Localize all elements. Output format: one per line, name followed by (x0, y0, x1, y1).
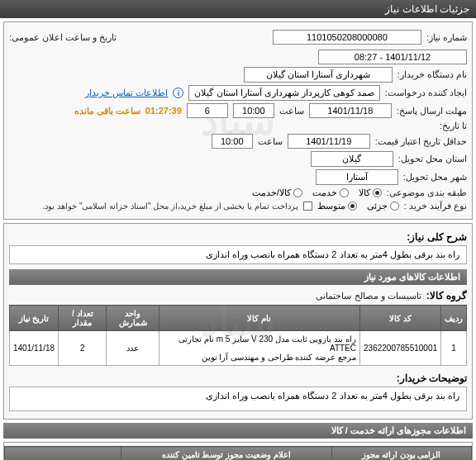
buyer-note-value: راه بند برقی بطول 4متر به تعداد 2 دستگاه… (9, 386, 467, 411)
page-header: جزئیات اطلاعات نیاز (0, 0, 476, 18)
need-no-value: 1101050208000080 (273, 30, 421, 45)
days-left: 6 (187, 103, 228, 118)
info-icon: i (173, 88, 183, 98)
permit-header-row: الزامی بودن ارائه مجوز اعلام وضعیت مجوز … (5, 447, 472, 461)
description-section: ستاد شرح کلی نیاز: راه بند برقی بطول 4مت… (3, 223, 473, 420)
buyer-label: نام دستگاه خریدار: (397, 69, 467, 80)
permit-table: الزامی بودن ارائه مجوز اعلام وضعیت مجوز … (4, 446, 472, 460)
permit-section: الزامی بودن ارائه مجوز اعلام وضعیت مجوز … (3, 442, 473, 460)
cell-qty: 2 (59, 331, 107, 366)
group-value: تاسیسات و مصالح ساختمانی (316, 291, 421, 301)
contact-link[interactable]: اطلاعات تماس خریدار (85, 88, 168, 98)
validity-date: 1401/11/19 (288, 134, 370, 149)
deadline-time: 10:00 (233, 103, 274, 118)
items-table: ردیف کد کالا نام کالا واحد شمارش تعداد /… (9, 305, 467, 366)
saat-label-2: ساعت (258, 136, 283, 147)
th-idx: ردیف (441, 306, 467, 331)
cell-unit: عدد (107, 331, 159, 366)
requester-label: ایجاد کننده درخواست: (385, 88, 467, 98)
until-label: تا تاریخ: (440, 121, 467, 131)
table-row: 1 2362200785510001 راه بند بازویی ثابت م… (10, 331, 467, 366)
treasury-note: پرداخت تمام یا بخشی از مبلغ خرید،از محل … (43, 202, 298, 211)
th-qty: تعداد / مقدار (59, 306, 107, 331)
radio-dot-icon (293, 188, 302, 197)
need-no-label: شماره نیاز: (426, 32, 467, 43)
announce-value: 1401/11/12 - 08:27 (318, 50, 467, 64)
radio-service[interactable]: خدمت (312, 187, 349, 198)
cell-idx: 1 (441, 331, 467, 366)
treasury-checkbox[interactable] (303, 202, 312, 211)
validity-label: حداقل تاریخ اعتبار قیمت: (375, 136, 467, 147)
th-code: کد کالا (360, 306, 441, 331)
permit-header: اطلاعات مجوزهای ارائه خدمت / کالا (3, 423, 473, 439)
cell-name: راه بند بازویی ثابت مدل 230 V سایز 5 m ن… (159, 331, 359, 366)
category-label: طبقه بندی موضوعی: (387, 187, 467, 198)
category-radios: کالا خدمت کالا/خدمت (252, 187, 382, 198)
saat-label-1: ساعت (279, 106, 304, 116)
purchase-type-radios: جزئی متوسط (317, 201, 399, 211)
requester-value: صمد کوهی کارپرداز شهرداری آستارا استان گ… (188, 85, 379, 101)
th-name: نام کالا (159, 306, 359, 331)
deadline-label: مهلت ارسال پاسخ: (397, 106, 467, 116)
radio-small[interactable]: جزئی (367, 201, 399, 211)
remaining-label: ساعت باقی مانده (74, 106, 140, 116)
th-unit: واحد شمارش (107, 306, 159, 331)
info-section: ستاد شماره نیاز: 1101050208000080 تاریخ … (3, 21, 473, 220)
purchase-type-label: نوع فرآیند خرید : (404, 201, 467, 211)
th-date: تاریخ نیاز (10, 306, 59, 331)
permit-th-1: الزامی بودن ارائه مجوز (331, 447, 472, 461)
remaining-time: 01:27:39 (145, 106, 182, 116)
desc-title-label: شرح کلی نیاز: (407, 231, 467, 243)
city-value: آستارا (316, 169, 398, 185)
cell-date: 1401/11/18 (10, 331, 59, 366)
group-label: گروه کالا: (426, 290, 467, 301)
page-title: جزئیات اطلاعات نیاز (385, 3, 469, 15)
radio-dot-icon (340, 188, 349, 197)
items-header: اطلاعات کالاهای مورد نیاز (9, 269, 467, 285)
validity-time: 10:00 (212, 134, 253, 149)
desc-title-value: راه بند برقی بطول 4متر به تعداد 2 دستگاه… (9, 245, 467, 264)
radio-both[interactable]: کالا/خدمت (252, 187, 302, 198)
cell-code: 2362200785510001 (360, 331, 441, 366)
permit-th-3 (5, 447, 121, 461)
announce-label: تاریخ و ساعت اعلان عمومی: (9, 32, 117, 43)
city-label: شهر محل تحویل: (403, 172, 467, 183)
radio-dot-icon (348, 202, 357, 211)
buyer-value: شهرداری آستارا استان گیلان (244, 67, 393, 83)
deadline-date: 1401/11/18 (309, 103, 392, 118)
buyer-note-label: توضیحات خریدار: (397, 372, 467, 384)
radio-dot-icon (390, 202, 399, 211)
radio-medium[interactable]: متوسط (317, 201, 357, 211)
province-value: گیلان (311, 151, 393, 167)
permit-th-2: اعلام وضعیت مجوز توسط تامین کننده (121, 447, 331, 461)
table-header-row: ردیف کد کالا نام کالا واحد شمارش تعداد /… (10, 306, 467, 331)
province-label: استان محل تحویل: (398, 154, 467, 164)
radio-goods[interactable]: کالا (359, 187, 382, 198)
radio-dot-icon (373, 188, 382, 197)
